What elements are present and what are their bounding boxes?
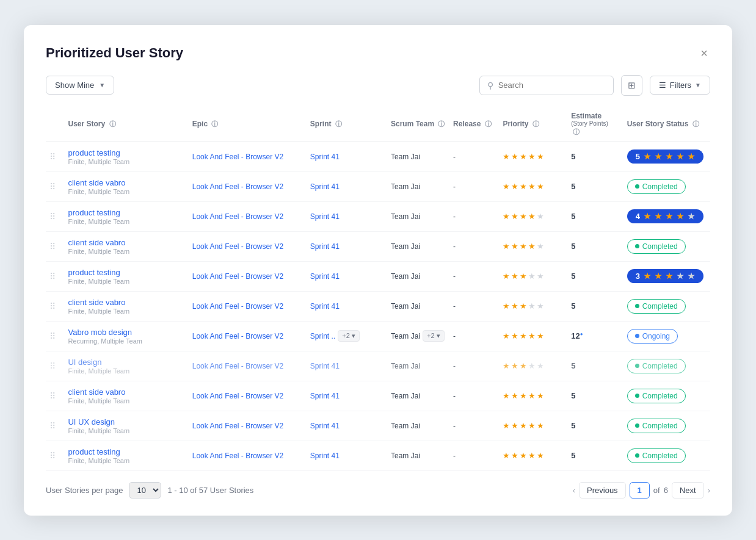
story-name-link[interactable]: product testing	[68, 268, 120, 277]
of-label: of	[653, 486, 660, 495]
status-label: Completed	[642, 182, 678, 191]
epic-link[interactable]: Look And Feel - Browser V2	[192, 422, 283, 430]
epic-link[interactable]: Look And Feel - Browser V2	[192, 272, 283, 281]
drag-handle[interactable]: ⠿	[49, 272, 56, 281]
story-sub: Finite, Multiple Team	[68, 457, 184, 464]
search-input[interactable]	[498, 81, 606, 90]
drag-handle[interactable]: ⠿	[49, 421, 56, 431]
table-row: ⠿client side vabroFinite, Multiple TeamL…	[46, 291, 710, 321]
estimate-value: 5	[571, 152, 575, 161]
prev-arrow-icon[interactable]: ‹	[573, 486, 575, 495]
story-name-link[interactable]: client side vabro	[68, 387, 125, 397]
drag-handle[interactable]: ⠿	[49, 242, 56, 251]
star-filled-icon: ★	[511, 391, 518, 400]
sprint-link[interactable]: Sprint ..	[310, 332, 335, 340]
priority-stars: ★★★★★	[503, 301, 564, 311]
show-mine-button[interactable]: Show Mine ▼	[46, 76, 114, 95]
story-name-link[interactable]: client side vabro	[68, 298, 125, 307]
team-name: Team Jai	[391, 302, 420, 311]
story-name-link[interactable]: UI design	[68, 358, 101, 367]
story-sub: Finite, Multiple Team	[68, 397, 184, 405]
drag-handle[interactable]: ⠿	[49, 361, 56, 371]
story-sub: Finite, Multiple Team	[68, 248, 184, 255]
sprint-link[interactable]: Sprint 41	[310, 212, 340, 221]
filters-label: Filters	[670, 81, 691, 90]
sprint-extra-badge[interactable]: +2 ▾	[338, 330, 360, 342]
epic-link[interactable]: Look And Feel - Browser V2	[192, 362, 283, 370]
status-badge: Completed	[627, 239, 686, 254]
drag-handle[interactable]: ⠿	[49, 152, 56, 162]
epic-link[interactable]: Look And Feel - Browser V2	[192, 153, 283, 161]
epic-link[interactable]: Look And Feel - Browser V2	[192, 452, 283, 460]
story-name-link[interactable]: product testing	[68, 208, 120, 217]
drag-handle[interactable]: ⠿	[49, 182, 56, 192]
team-name: Team Jai	[391, 452, 420, 460]
next-arrow-icon[interactable]: ›	[708, 486, 710, 495]
modal-header: Prioritized User Story ×	[46, 45, 710, 62]
team-name: Team Jai	[391, 153, 420, 161]
star-filled-icon: ★	[520, 331, 527, 340]
status-badge: Completed	[627, 179, 686, 194]
close-button[interactable]: ×	[698, 45, 710, 62]
star-filled-icon: ★	[528, 152, 536, 161]
drag-handle[interactable]: ⠿	[49, 331, 56, 341]
per-page-select[interactable]: 10 20 50	[129, 482, 161, 499]
sprint-link[interactable]: Sprint 41	[310, 242, 340, 251]
priority-stars: ★★★★★	[503, 242, 564, 251]
release-info-icon: ⓘ	[485, 120, 492, 128]
modal: Prioritized User Story × Show Mine ▼ ⚲ ⊞…	[24, 25, 732, 516]
star-filled-icon: ★	[528, 421, 536, 430]
col-drag	[46, 107, 64, 142]
star-filled-icon: ★	[503, 331, 510, 340]
epic-link[interactable]: Look And Feel - Browser V2	[192, 242, 283, 251]
sprint-link[interactable]: Sprint 41	[310, 182, 340, 191]
story-name-link[interactable]: UI UX design	[68, 417, 115, 427]
star-filled-icon: ★	[520, 272, 527, 281]
star-empty-icon: ★	[537, 212, 544, 221]
epic-link[interactable]: Look And Feel - Browser V2	[192, 212, 283, 221]
col-estimate: Estimate (Story Points) ⓘ	[567, 107, 623, 142]
per-page-label: User Stories per page	[46, 486, 123, 495]
modal-title: Prioritized User Story	[46, 45, 183, 61]
rating-number: 4	[636, 212, 640, 221]
sprint-link[interactable]: Sprint 41	[310, 302, 340, 311]
drag-handle[interactable]: ⠿	[49, 451, 56, 461]
sprint-link[interactable]: Sprint 41	[310, 272, 340, 281]
layout-toggle-button[interactable]: ⊞	[621, 75, 642, 96]
table-row: ⠿product testingFinite, Multiple TeamLoo…	[46, 201, 710, 231]
status-label: Completed	[642, 302, 678, 311]
sprint-link[interactable]: Sprint 41	[310, 362, 340, 370]
story-name-link[interactable]: product testing	[68, 148, 120, 157]
drag-handle[interactable]: ⠿	[49, 301, 56, 311]
star-filled-icon: ★	[520, 301, 527, 311]
star-filled-icon: ★	[528, 331, 536, 340]
drag-handle[interactable]: ⠿	[49, 391, 56, 401]
story-name-link[interactable]: product testing	[68, 447, 120, 456]
status-badge: Completed	[627, 419, 686, 433]
story-name-link[interactable]: client side vabro	[68, 238, 125, 247]
current-page-button[interactable]: 1	[630, 482, 650, 499]
epic-link[interactable]: Look And Feel - Browser V2	[192, 332, 283, 340]
epic-link[interactable]: Look And Feel - Browser V2	[192, 302, 283, 311]
story-name-link[interactable]: client side vabro	[68, 178, 125, 187]
story-name-link[interactable]: Vabro mob design	[68, 328, 132, 337]
sprint-link[interactable]: Sprint 41	[310, 153, 340, 161]
story-info-icon: ⓘ	[109, 120, 116, 128]
filters-button[interactable]: ☰ Filters ▼	[650, 76, 710, 95]
star-empty-icon: ★	[677, 272, 684, 281]
sprint-link[interactable]: Sprint 41	[310, 392, 340, 400]
next-button[interactable]: Next	[672, 482, 704, 499]
epic-link[interactable]: Look And Feel - Browser V2	[192, 392, 283, 400]
sprint-link[interactable]: Sprint 41	[310, 452, 340, 460]
status-dot-icon	[635, 184, 639, 189]
team-extra-badge[interactable]: +2 ▾	[423, 330, 445, 342]
epic-link[interactable]: Look And Feel - Browser V2	[192, 182, 283, 191]
sprint-link[interactable]: Sprint 41	[310, 422, 340, 430]
rating-badge: 3 ★★★★★	[627, 269, 703, 283]
team-info-icon: ⓘ	[438, 120, 445, 128]
star-filled-icon: ★	[503, 421, 510, 430]
prev-button[interactable]: Previous	[579, 482, 626, 499]
drag-handle[interactable]: ⠿	[49, 212, 56, 221]
priority-info-icon: ⓘ	[532, 120, 539, 128]
star-filled-icon: ★	[644, 272, 651, 281]
